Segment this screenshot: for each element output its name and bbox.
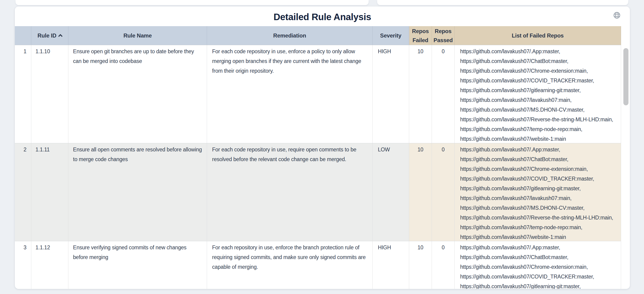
rule-analysis-table: Rule ID Rule Name Remediation Severity R… xyxy=(15,26,621,289)
cell-repos-passed: 0 xyxy=(432,241,454,289)
cell-remediation: For each code repository in use, enforce… xyxy=(207,45,372,143)
header-repos-passed[interactable]: Repos Passed xyxy=(432,26,454,45)
page-title: Detailed Rule Analysis xyxy=(274,10,371,22)
header-failed-repos-list[interactable]: List of Failed Repos xyxy=(454,26,621,45)
cell-rule-name: Ensure verifying signed commits of new c… xyxy=(68,241,207,289)
header-rule-id-label: Rule ID xyxy=(38,31,56,40)
cell-repos-failed: 10 xyxy=(409,45,432,143)
cell-repos-passed: 0 xyxy=(432,143,454,241)
header-rule-name[interactable]: Rule Name xyxy=(68,26,207,45)
sort-ascending-icon[interactable] xyxy=(58,34,62,38)
header-severity[interactable]: Severity xyxy=(372,26,409,45)
cell-row-number: 1 xyxy=(15,45,31,143)
detailed-rule-analysis-card: Detailed Rule Analysis Rule ID Rule Name… xyxy=(15,6,630,289)
cell-repos-failed: 10 xyxy=(409,143,432,241)
cell-failed-repos: https://github.com/lavakush07/.App:maste… xyxy=(454,241,621,289)
cell-severity: HIGH xyxy=(372,241,409,289)
cell-rule-name: Ensure open git branches are up to date … xyxy=(68,45,207,143)
table-header-row: Rule ID Rule Name Remediation Severity R… xyxy=(15,26,621,45)
table-row: 3 1.1.12 Ensure verifying signed commits… xyxy=(15,241,621,289)
cell-severity: LOW xyxy=(372,143,409,241)
header-repos-failed[interactable]: Repos Failed xyxy=(409,26,432,45)
cell-remediation: For each repository in use, enforce the … xyxy=(207,241,372,289)
globe-icon[interactable] xyxy=(613,11,621,19)
cell-rule-id: 1.1.11 xyxy=(31,143,68,241)
cell-rule-id: 1.1.10 xyxy=(31,45,68,143)
table-row: 2 1.1.11 Ensure all open comments are re… xyxy=(15,143,621,241)
card-header: Detailed Rule Analysis xyxy=(15,6,630,26)
cell-remediation: For each code repository in use, require… xyxy=(207,143,372,241)
header-remediation[interactable]: Remediation xyxy=(207,26,372,45)
cell-row-number: 2 xyxy=(15,143,31,241)
header-row-number xyxy=(15,26,31,45)
table-row: 1 1.1.10 Ensure open git branches are up… xyxy=(15,45,621,143)
cell-failed-repos: https://github.com/lavakush07/.App:maste… xyxy=(454,45,621,143)
header-rule-id[interactable]: Rule ID xyxy=(31,26,68,45)
cell-repos-passed: 0 xyxy=(432,45,454,143)
cell-severity: HIGH xyxy=(372,45,409,143)
cell-failed-repos: https://github.com/lavakush07/.App:maste… xyxy=(454,143,621,241)
previous-section-card-right xyxy=(377,0,628,5)
cell-repos-failed: 10 xyxy=(409,241,432,289)
vertical-scrollbar-thumb[interactable] xyxy=(623,48,628,105)
cell-row-number: 3 xyxy=(15,241,31,289)
cell-rule-id: 1.1.12 xyxy=(31,241,68,289)
cell-rule-name: Ensure all open comments are resolved be… xyxy=(68,143,207,241)
previous-section-card-left xyxy=(16,0,368,5)
